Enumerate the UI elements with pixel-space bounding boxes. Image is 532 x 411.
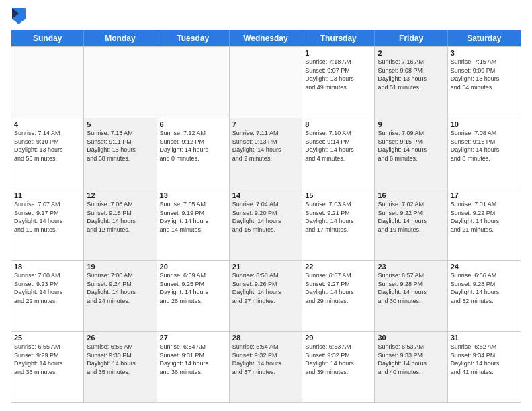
calendar-cell: 10Sunrise: 7:08 AM Sunset: 9:16 PM Dayli… [448,118,521,189]
cell-info: Sunrise: 7:03 AM Sunset: 9:21 PM Dayligh… [305,200,371,234]
cell-info: Sunrise: 7:11 AM Sunset: 9:13 PM Dayligh… [232,129,299,163]
day-number: 28 [232,334,299,342]
day-number: 21 [232,263,299,271]
calendar-body: 1Sunrise: 7:18 AM Sunset: 9:07 PM Daylig… [11,46,521,402]
cell-info: Sunrise: 7:08 AM Sunset: 9:16 PM Dayligh… [451,129,518,163]
calendar-cell: 15Sunrise: 7:03 AM Sunset: 9:21 PM Dayli… [302,189,375,260]
cell-info: Sunrise: 7:09 AM Sunset: 9:15 PM Dayligh… [378,129,444,163]
day-number: 4 [14,120,81,128]
header-day-thursday: Thursday [302,30,375,46]
page: SundayMondayTuesdayWednesdayThursdayFrid… [0,0,532,411]
header-day-sunday: Sunday [11,30,84,46]
calendar-cell: 4Sunrise: 7:14 AM Sunset: 9:10 PM Daylig… [11,118,84,189]
cell-info: Sunrise: 7:02 AM Sunset: 9:22 PM Dayligh… [378,200,444,234]
header-day-monday: Monday [84,30,157,46]
day-number: 14 [232,191,299,199]
day-number: 22 [305,263,371,271]
day-number: 1 [305,49,371,57]
cell-info: Sunrise: 7:18 AM Sunset: 9:07 PM Dayligh… [305,58,371,91]
cell-info: Sunrise: 6:55 AM Sunset: 9:29 PM Dayligh… [14,342,81,376]
cell-info: Sunrise: 7:01 AM Sunset: 9:22 PM Dayligh… [451,200,518,234]
calendar-cell: 23Sunrise: 6:57 AM Sunset: 9:28 PM Dayli… [375,261,447,331]
cell-info: Sunrise: 6:52 AM Sunset: 9:34 PM Dayligh… [451,342,518,376]
calendar: SundayMondayTuesdayWednesdayThursdayFrid… [11,30,521,403]
calendar-cell: 29Sunrise: 6:53 AM Sunset: 9:32 PM Dayli… [302,332,375,402]
day-number: 23 [378,263,444,271]
cell-info: Sunrise: 7:16 AM Sunset: 9:08 PM Dayligh… [378,58,444,91]
calendar-cell: 1Sunrise: 7:18 AM Sunset: 9:07 PM Daylig… [302,47,375,118]
logo [11,8,28,24]
cell-info: Sunrise: 7:13 AM Sunset: 9:11 PM Dayligh… [87,129,153,163]
header-day-tuesday: Tuesday [157,30,230,46]
cell-info: Sunrise: 6:58 AM Sunset: 9:26 PM Dayligh… [232,271,299,305]
day-number: 17 [451,191,518,199]
calendar-cell: 14Sunrise: 7:04 AM Sunset: 9:20 PM Dayli… [230,189,302,260]
calendar-cell: 31Sunrise: 6:52 AM Sunset: 9:34 PM Dayli… [448,332,521,402]
day-number: 29 [305,334,371,342]
calendar-cell: 28Sunrise: 6:54 AM Sunset: 9:32 PM Dayli… [230,332,302,402]
calendar-cell: 18Sunrise: 7:00 AM Sunset: 9:23 PM Dayli… [11,261,84,331]
cell-info: Sunrise: 6:59 AM Sunset: 9:25 PM Dayligh… [160,271,226,305]
day-number: 6 [160,120,226,128]
calendar-cell: 12Sunrise: 7:06 AM Sunset: 9:18 PM Dayli… [84,189,157,260]
day-number: 5 [87,120,153,128]
header-day-wednesday: Wednesday [230,30,302,46]
calendar-cell: 26Sunrise: 6:55 AM Sunset: 9:30 PM Dayli… [84,332,157,402]
day-number: 16 [378,191,444,199]
cell-info: Sunrise: 7:05 AM Sunset: 9:19 PM Dayligh… [160,200,226,234]
day-number: 11 [14,191,81,199]
day-number: 9 [378,120,444,128]
cell-info: Sunrise: 6:54 AM Sunset: 9:32 PM Dayligh… [232,342,299,376]
day-number: 18 [14,263,81,271]
calendar-week-2: 4Sunrise: 7:14 AM Sunset: 9:10 PM Daylig… [11,118,521,189]
cell-info: Sunrise: 6:54 AM Sunset: 9:31 PM Dayligh… [160,342,226,376]
day-number: 20 [160,263,226,271]
day-number: 8 [305,120,371,128]
cell-info: Sunrise: 7:00 AM Sunset: 9:24 PM Dayligh… [87,271,153,305]
calendar-week-5: 25Sunrise: 6:55 AM Sunset: 9:29 PM Dayli… [11,331,521,402]
calendar-cell: 22Sunrise: 6:57 AM Sunset: 9:27 PM Dayli… [302,261,375,331]
day-number: 25 [14,334,81,342]
header-day-friday: Friday [375,30,447,46]
day-number: 31 [451,334,518,342]
day-number: 19 [87,263,153,271]
calendar-cell: 19Sunrise: 7:00 AM Sunset: 9:24 PM Dayli… [84,261,157,331]
day-number: 3 [451,49,518,57]
calendar-cell: 2Sunrise: 7:16 AM Sunset: 9:08 PM Daylig… [375,47,447,118]
cell-info: Sunrise: 7:15 AM Sunset: 9:09 PM Dayligh… [451,58,518,91]
cell-info: Sunrise: 7:04 AM Sunset: 9:20 PM Dayligh… [232,200,299,234]
calendar-cell: 25Sunrise: 6:55 AM Sunset: 9:29 PM Dayli… [11,332,84,402]
day-number: 2 [378,49,444,57]
calendar-cell: 6Sunrise: 7:12 AM Sunset: 9:12 PM Daylig… [157,118,230,189]
cell-info: Sunrise: 7:14 AM Sunset: 9:10 PM Dayligh… [14,129,81,163]
calendar-cell [84,47,157,118]
day-number: 15 [305,191,371,199]
calendar-cell: 16Sunrise: 7:02 AM Sunset: 9:22 PM Dayli… [375,189,447,260]
calendar-week-4: 18Sunrise: 7:00 AM Sunset: 9:23 PM Dayli… [11,260,521,331]
calendar-cell: 5Sunrise: 7:13 AM Sunset: 9:11 PM Daylig… [84,118,157,189]
day-number: 30 [378,334,444,342]
calendar-cell [157,47,230,118]
day-number: 27 [160,334,226,342]
cell-info: Sunrise: 7:07 AM Sunset: 9:17 PM Dayligh… [14,200,81,234]
calendar-cell: 3Sunrise: 7:15 AM Sunset: 9:09 PM Daylig… [448,47,521,118]
day-number: 26 [87,334,153,342]
calendar-header: SundayMondayTuesdayWednesdayThursdayFrid… [11,30,521,46]
day-number: 10 [451,120,518,128]
calendar-cell: 7Sunrise: 7:11 AM Sunset: 9:13 PM Daylig… [230,118,302,189]
cell-info: Sunrise: 7:00 AM Sunset: 9:23 PM Dayligh… [14,271,81,305]
cell-info: Sunrise: 6:53 AM Sunset: 9:32 PM Dayligh… [305,342,371,376]
calendar-cell: 11Sunrise: 7:07 AM Sunset: 9:17 PM Dayli… [11,189,84,260]
calendar-cell: 24Sunrise: 6:56 AM Sunset: 9:28 PM Dayli… [448,261,521,331]
calendar-cell: 20Sunrise: 6:59 AM Sunset: 9:25 PM Dayli… [157,261,230,331]
cell-info: Sunrise: 6:56 AM Sunset: 9:28 PM Dayligh… [451,271,518,305]
calendar-week-3: 11Sunrise: 7:07 AM Sunset: 9:17 PM Dayli… [11,189,521,260]
cell-info: Sunrise: 6:57 AM Sunset: 9:27 PM Dayligh… [305,271,371,305]
calendar-cell: 8Sunrise: 7:10 AM Sunset: 9:14 PM Daylig… [302,118,375,189]
calendar-cell: 9Sunrise: 7:09 AM Sunset: 9:15 PM Daylig… [375,118,447,189]
calendar-cell: 21Sunrise: 6:58 AM Sunset: 9:26 PM Dayli… [230,261,302,331]
logo-icon [12,8,26,24]
cell-info: Sunrise: 7:06 AM Sunset: 9:18 PM Dayligh… [87,200,153,234]
calendar-week-1: 1Sunrise: 7:18 AM Sunset: 9:07 PM Daylig… [11,46,521,118]
day-number: 13 [160,191,226,199]
